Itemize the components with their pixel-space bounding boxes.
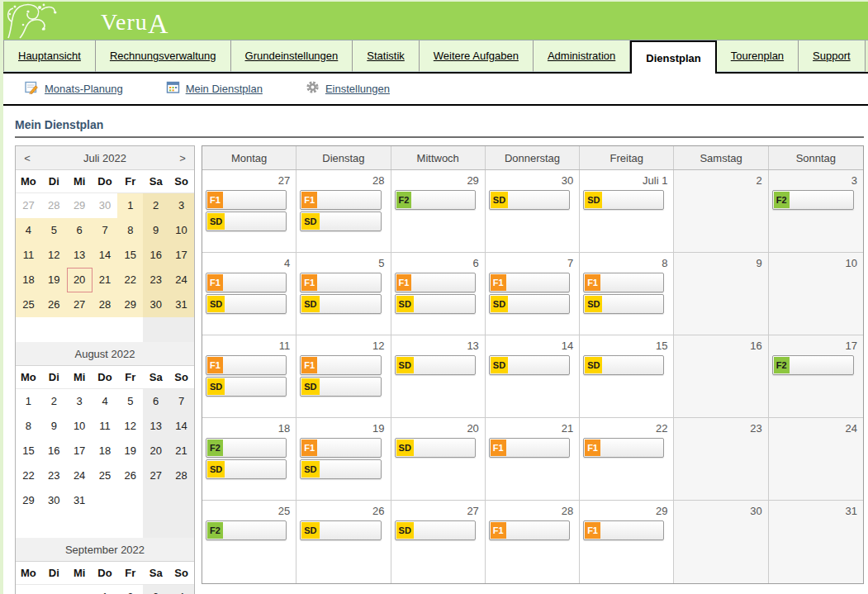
- shift-entry[interactable]: SD: [300, 294, 381, 314]
- shift-entry[interactable]: F1: [206, 355, 287, 375]
- mini-day[interactable]: 13: [67, 243, 92, 268]
- mini-day[interactable]: 13: [143, 414, 168, 439]
- mini-day[interactable]: 30: [41, 488, 67, 513]
- mini-day[interactable]: 30: [92, 193, 118, 218]
- shift-entry[interactable]: F1: [300, 438, 381, 458]
- shift-entry[interactable]: SD: [395, 355, 476, 375]
- next-month-button[interactable]: >: [171, 152, 194, 164]
- mini-day[interactable]: 27: [16, 193, 41, 218]
- mini-day[interactable]: 7: [168, 389, 194, 414]
- shift-entry[interactable]: SD: [206, 294, 287, 314]
- mini-day[interactable]: 14: [168, 414, 194, 439]
- shift-entry[interactable]: SD: [300, 520, 381, 540]
- mini-day[interactable]: 24: [168, 268, 194, 292]
- mini-day[interactable]: 1: [117, 193, 143, 218]
- shift-entry[interactable]: SD: [489, 190, 570, 210]
- mini-day[interactable]: 11: [92, 414, 118, 439]
- shift-entry[interactable]: F1: [206, 273, 287, 292]
- mini-day[interactable]: 10: [67, 414, 92, 439]
- mini-day[interactable]: 6: [67, 218, 92, 243]
- mini-day[interactable]: 26: [41, 292, 67, 317]
- toolbar-item-monats-planung[interactable]: Monats-Planung: [25, 80, 123, 97]
- tab-dienstplan[interactable]: Dienstplan: [630, 40, 716, 74]
- mini-day[interactable]: 22: [16, 463, 41, 488]
- tab-weitere-aufgaben[interactable]: Weitere Aufgaben: [420, 40, 534, 72]
- mini-day[interactable]: 2: [117, 585, 143, 594]
- mini-day[interactable]: 28: [168, 463, 194, 488]
- mini-day[interactable]: 15: [16, 439, 41, 463]
- mini-day[interactable]: 2: [41, 389, 67, 414]
- mini-day[interactable]: 29: [67, 193, 92, 218]
- tab-statistik[interactable]: Statistik: [353, 40, 420, 72]
- mini-day[interactable]: 17: [67, 439, 92, 463]
- mini-day[interactable]: 3: [168, 193, 194, 218]
- shift-entry[interactable]: SD: [489, 294, 570, 314]
- mini-day[interactable]: 3: [143, 585, 168, 594]
- mini-day[interactable]: 18: [92, 439, 118, 463]
- shift-entry[interactable]: F1: [489, 438, 570, 458]
- mini-day[interactable]: 19: [117, 439, 143, 463]
- shift-entry[interactable]: F1: [300, 273, 381, 292]
- shift-entry[interactable]: F1: [583, 438, 664, 458]
- mini-day[interactable]: 26: [117, 463, 143, 488]
- tab-support[interactable]: Support: [799, 40, 866, 72]
- mini-day[interactable]: 16: [41, 439, 67, 463]
- tab-hauptansicht[interactable]: Hauptansicht: [3, 40, 96, 72]
- mini-day[interactable]: 4: [168, 585, 194, 594]
- shift-entry[interactable]: F1: [489, 520, 570, 540]
- mini-day[interactable]: 29: [117, 292, 143, 317]
- mini-day[interactable]: 10: [168, 218, 194, 243]
- shift-entry[interactable]: F2: [206, 520, 287, 540]
- toolbar-item-mein-dienstplan[interactable]: Mein Dienstplan: [166, 80, 263, 97]
- tab-administration[interactable]: Administration: [534, 40, 630, 72]
- mini-day[interactable]: 7: [92, 218, 118, 243]
- mini-day[interactable]: 1: [16, 389, 41, 414]
- shift-entry[interactable]: SD: [300, 211, 381, 231]
- tab-grundeinstellungen[interactable]: Grundeinstellungen: [231, 40, 353, 72]
- shift-entry[interactable]: SD: [583, 355, 664, 375]
- mini-day[interactable]: 27: [143, 463, 168, 488]
- mini-day[interactable]: 22: [117, 268, 143, 292]
- mini-day[interactable]: 15: [117, 243, 143, 268]
- mini-day[interactable]: 24: [67, 463, 92, 488]
- mini-day[interactable]: 27: [67, 292, 92, 317]
- mini-day[interactable]: 9: [41, 414, 67, 439]
- shift-entry[interactable]: SD: [300, 377, 381, 397]
- mini-day[interactable]: 23: [41, 463, 67, 488]
- shift-entry[interactable]: F2: [772, 355, 854, 375]
- shift-entry[interactable]: SD: [206, 211, 287, 231]
- tab-tourenplan[interactable]: Tourenplan: [717, 40, 799, 72]
- shift-entry[interactable]: F1: [583, 520, 664, 540]
- shift-entry[interactable]: SD: [583, 294, 664, 314]
- mini-day[interactable]: 21: [92, 268, 118, 292]
- mini-day[interactable]: 25: [16, 292, 41, 317]
- mini-day[interactable]: 8: [16, 414, 41, 439]
- tab-rechnungsverwaltung[interactable]: Rechnungsverwaltung: [96, 40, 231, 72]
- toolbar-item-einstellungen[interactable]: Einstellungen: [306, 80, 390, 97]
- shift-entry[interactable]: SD: [300, 459, 381, 479]
- mini-day[interactable]: 11: [16, 243, 41, 268]
- mini-day[interactable]: 29: [16, 488, 41, 513]
- mini-day[interactable]: 17: [168, 243, 194, 268]
- mini-day[interactable]: 4: [16, 218, 41, 243]
- mini-day-today[interactable]: 20: [67, 268, 92, 292]
- shift-entry[interactable]: F2: [395, 190, 476, 210]
- mini-day[interactable]: 28: [92, 292, 118, 317]
- mini-day[interactable]: 5: [117, 389, 143, 414]
- shift-entry[interactable]: SD: [395, 438, 476, 458]
- shift-entry[interactable]: SD: [395, 520, 476, 540]
- mini-day[interactable]: 28: [41, 193, 67, 218]
- shift-entry[interactable]: F1: [583, 273, 664, 292]
- mini-day[interactable]: 30: [143, 292, 168, 317]
- shift-entry[interactable]: F1: [300, 190, 381, 210]
- mini-day[interactable]: 21: [168, 439, 194, 463]
- mini-day[interactable]: 14: [92, 243, 118, 268]
- mini-day[interactable]: 6: [143, 389, 168, 414]
- mini-day[interactable]: 3: [67, 389, 92, 414]
- shift-entry[interactable]: F2: [206, 438, 287, 458]
- shift-entry[interactable]: F1: [206, 190, 287, 210]
- shift-entry[interactable]: F1: [300, 355, 381, 375]
- shift-entry[interactable]: SD: [206, 459, 287, 479]
- mini-day[interactable]: 9: [143, 218, 168, 243]
- shift-entry[interactable]: SD: [489, 355, 570, 375]
